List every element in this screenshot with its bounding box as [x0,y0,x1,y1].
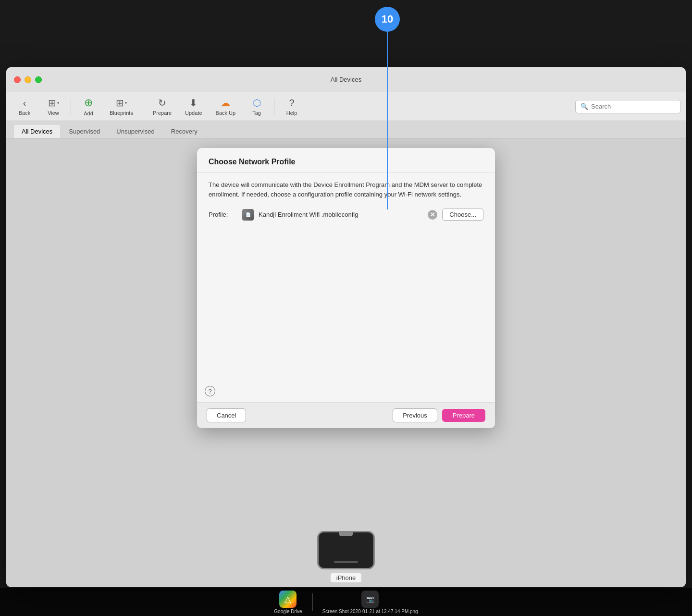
iphone-notch [339,532,353,536]
tab-recovery[interactable]: Recovery [163,125,205,138]
profile-label: Profile: [209,211,237,218]
backup-button[interactable]: ☁ Back Up [210,95,242,118]
update-button[interactable]: ⬇ Update [179,95,208,118]
connector-line [387,32,388,209]
dialog-title: Choose Network Profile [209,158,483,166]
tab-all-devices[interactable]: All Devices [14,125,60,138]
mac-window: All Devices ‹ Back ⊞ ▾ View ⊕ Add ⊞ ▾ Bl… [6,67,686,587]
dock-label-screenshot: Screen Shot 2020-01-21 at 12.47.14 PM.pn… [322,609,418,614]
content-area: Choose Network Profile The device will c… [6,138,686,587]
backup-icon: ☁ [221,97,230,109]
iphone-label: iPhone [331,573,361,582]
prepare-toolbar-button[interactable]: ↻ Prepare [147,95,177,118]
prepare-icon: ↻ [158,97,166,109]
view-button[interactable]: ⊞ ▾ View [40,95,67,118]
fullscreen-button[interactable] [35,76,42,83]
dock-bar: △ Google Drive 📷 Screen Shot 2020-01-21 … [0,588,692,616]
dialog-help-area: ? [197,382,495,402]
choose-network-profile-dialog: Choose Network Profile The device will c… [197,148,495,428]
dialog-footer: Cancel Previous Prepare [197,402,495,428]
dialog-body: The device will communicate with the Dev… [197,172,495,382]
step-bubble: 10 [375,7,400,32]
screenshot-icon: 📷 [361,591,379,608]
tag-button[interactable]: ⬡ Tag [243,95,270,118]
profile-file-icon: 📄 [242,209,254,221]
help-icon: ? [289,98,295,109]
previous-button[interactable]: Previous [393,408,437,422]
dock-separator [312,593,313,611]
tab-supervised[interactable]: Supervised [61,125,108,138]
toolbar-separator-2 [143,98,143,115]
dialog-empty-area [209,230,483,374]
clear-profile-button[interactable]: ✕ [428,210,437,220]
tag-icon: ⬡ [253,97,261,109]
prepare-button[interactable]: Prepare [442,409,485,422]
update-icon: ⬇ [189,97,198,109]
iphone-home-indicator [334,561,358,563]
gdrive-icon: △ [279,591,297,608]
iphone-device [317,531,375,569]
cancel-button[interactable]: Cancel [207,408,246,422]
tab-bar: All Devices Supervised Unsupervised Reco… [6,121,686,138]
blueprints-icon: ⊞ ▾ [116,97,127,109]
toolbar-separator-1 [71,98,71,115]
back-button[interactable]: ‹ Back [11,96,38,118]
view-icon: ⊞ ▾ [48,97,59,109]
close-button[interactable] [14,76,21,83]
iphone-area: iPhone [317,531,375,582]
search-box[interactable]: 🔍 [575,100,681,113]
dock-item-screenshot[interactable]: 📷 Screen Shot 2020-01-21 at 12.47.14 PM.… [322,591,418,614]
search-icon: 🔍 [581,103,588,110]
search-input[interactable] [591,103,676,110]
blueprints-button[interactable]: ⊞ ▾ Blueprints [104,95,139,118]
dialog-description: The device will communicate with the Dev… [209,180,483,199]
profile-row: Profile: 📄 Kandji Enrollment Wifi .mobil… [209,209,483,221]
footer-right: Previous Prepare [393,408,485,422]
minimize-button[interactable] [25,76,31,83]
dialog-header: Choose Network Profile [197,148,495,172]
choose-profile-button[interactable]: Choose... [442,209,483,221]
window-title: All Devices [331,76,361,83]
tab-unsupervised[interactable]: Unsupervised [109,125,162,138]
back-icon: ‹ [23,98,26,109]
profile-name: Kandji Enrollment Wifi .mobileconfig [259,211,423,218]
title-bar: All Devices [6,67,686,92]
toolbar: ‹ Back ⊞ ▾ View ⊕ Add ⊞ ▾ Blueprints ↻ P… [6,92,686,121]
add-button[interactable]: ⊕ Add [75,95,102,118]
add-icon: ⊕ [84,97,93,109]
help-button[interactable]: ? Help [278,96,305,118]
help-circle-button[interactable]: ? [205,386,215,396]
dock-label-gdrive: Google Drive [274,609,302,614]
toolbar-separator-3 [274,98,274,115]
traffic-lights [14,76,42,83]
dock-item-gdrive[interactable]: △ Google Drive [274,591,302,614]
